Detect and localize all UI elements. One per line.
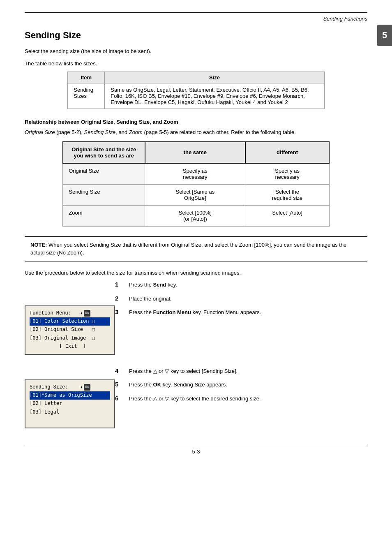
- note-text: When you select Sending Size that is dif…: [30, 242, 346, 256]
- lcd1-title: Function Menu: ✦OK: [30, 310, 110, 317]
- step-5: 5 Press the OK key. Sending Size appears…: [115, 381, 367, 389]
- step-6: 6 Press the △ or ▽ key to select the des…: [115, 395, 367, 403]
- row-size: Same as OrigSize, Legal, Letter, Stateme…: [105, 83, 325, 109]
- step-text-5: Press the OK key. Sending Size appears.: [129, 381, 227, 389]
- step-num-4: 4: [115, 367, 123, 374]
- rel-row-same-0: Specify as necessary: [145, 163, 245, 185]
- rel-row-label-0: Original Size: [63, 163, 145, 185]
- table-row: Sending Size Select [Same as OrigSize] S…: [63, 184, 330, 205]
- relationship-intro: Original Size (page 5-2), Sending Size, …: [25, 128, 367, 136]
- row-item: Sending Sizes: [68, 83, 105, 109]
- table-row: Sending Sizes Same as OrigSize, Legal, L…: [68, 83, 325, 109]
- step-text-3: Press the Function Menu key. Function Me…: [129, 308, 261, 317]
- lcd1-line-2: [02] Original Size □: [30, 326, 110, 334]
- lcd-panel-1: Function Menu: ✦OK [01] Color Selection …: [25, 305, 115, 355]
- relationship-table: Original Size and the size you wish to s…: [62, 141, 330, 227]
- step-text-2: Place the original.: [129, 295, 171, 303]
- procedure-intro: Use the procedure below to select the si…: [25, 269, 367, 277]
- rel-col3-header: different: [245, 142, 329, 163]
- intro-text-1: Select the sending size (the size of ima…: [25, 47, 367, 56]
- step-3: 3 Press the Function Menu key. Function …: [115, 308, 367, 317]
- steps-right: 1 Press the Send key. 2 Place the origin…: [115, 281, 367, 363]
- intro-text-2: The table below lists the sizes.: [25, 60, 367, 68]
- page-footer: 5-3: [25, 445, 367, 455]
- steps-section-1: Function Menu: ✦OK [01] Color Selection …: [25, 281, 367, 363]
- step-num-6: 6: [115, 395, 123, 402]
- main-table-header-size: Size: [105, 72, 325, 83]
- step-num-5: 5: [115, 381, 123, 388]
- lcd2-title: Sending Size: ✦OK: [30, 384, 110, 391]
- step-text-1: Press the Send key.: [129, 281, 177, 289]
- lcd-panels-left: Function Menu: ✦OK [01] Color Selection …: [25, 281, 115, 363]
- main-table: Item Size Sending Sizes Same as OrigSize…: [67, 72, 325, 109]
- lcd2-line-1: [01]*Same as OrigSize: [30, 391, 110, 400]
- rel-row-label-2: Zoom: [63, 205, 145, 226]
- header-title: Sending Functions: [323, 16, 367, 22]
- rel-row-label-1: Sending Size: [63, 184, 145, 205]
- lcd2-line-2: [02] Letter: [30, 400, 110, 408]
- lcd1-line-4: [ Exit ]: [30, 342, 110, 351]
- step-num-2: 2: [115, 295, 123, 302]
- steps-right-2: 4 Press the △ or ▽ key to select [Sendin…: [115, 367, 367, 437]
- step-4: 4 Press the △ or ▽ key to select [Sendin…: [115, 367, 367, 375]
- step-num-1: 1: [115, 281, 123, 288]
- chapter-badge: 5: [377, 25, 392, 46]
- lcd1-line-1: [01] Color Selection □: [30, 317, 110, 326]
- note-box: NOTE: When you select Sending Size that …: [25, 236, 367, 261]
- lcd1-line-3: [03] Original Image □: [30, 334, 110, 342]
- step-1: 1 Press the Send key.: [115, 281, 367, 289]
- rel-col1-header: Original Size and the size you wish to s…: [63, 142, 145, 163]
- rel-row-diff-0: Specify as necessary: [245, 163, 329, 185]
- relationship-heading: Relationship between Original Size, Send…: [25, 119, 367, 125]
- steps-section-2: Sending Size: ✦OK [01]*Same as OrigSize …: [25, 367, 367, 437]
- lcd2-line-3: [03] Legal: [30, 408, 110, 416]
- page-title: Sending Size: [25, 30, 367, 41]
- lcd2-line-4: [30, 416, 110, 424]
- note-label: NOTE:: [30, 242, 47, 248]
- step-2: 2 Place the original.: [115, 295, 367, 303]
- rel-row-same-1: Select [Same as OrigSize]: [145, 184, 245, 205]
- lcd-panel-2: Sending Size: ✦OK [01]*Same as OrigSize …: [25, 379, 115, 428]
- lcd-panels-left-2: Sending Size: ✦OK [01]*Same as OrigSize …: [25, 367, 115, 437]
- step-text-6: Press the △ or ▽ key to select the desir…: [129, 395, 261, 403]
- step-num-3: 3: [115, 308, 123, 315]
- rel-row-same-2: Select [100%] (or [Auto]): [145, 205, 245, 226]
- table-row: Zoom Select [100%] (or [Auto]) Select [A…: [63, 205, 330, 226]
- table-row: Original Size Specify as necessary Speci…: [63, 163, 330, 185]
- main-table-header-item: Item: [68, 72, 105, 83]
- page-number: 5-3: [192, 449, 200, 455]
- rel-row-diff-1: Select the required size: [245, 184, 329, 205]
- step-text-4: Press the △ or ▽ key to select [Sending …: [129, 367, 238, 375]
- rel-col2-header: the same: [145, 142, 245, 163]
- rel-row-diff-2: Select [Auto]: [245, 205, 329, 226]
